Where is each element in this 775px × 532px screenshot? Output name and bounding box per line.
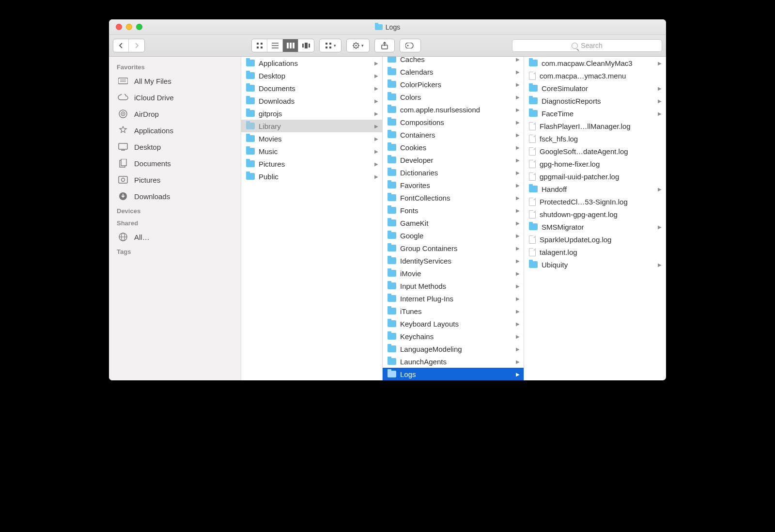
column-row[interactable]: iTunes▶ xyxy=(383,305,524,317)
sidebar-item[interactable]: iCloud Drive xyxy=(109,89,241,106)
sidebar-item[interactable]: All… xyxy=(109,229,241,245)
sidebar-item[interactable]: Applications xyxy=(109,122,241,139)
column-row[interactable]: FaceTime▶ xyxy=(524,107,666,120)
column-row[interactable]: Compositions▶ xyxy=(383,116,524,128)
column-row[interactable]: shutdown-gpg-agent.log xyxy=(524,208,666,220)
column-row[interactable]: SMSMigrator▶ xyxy=(524,220,666,233)
coverflow-view-button[interactable] xyxy=(298,39,314,52)
column-row[interactable]: ProtectedCl…53-SignIn.log xyxy=(524,195,666,208)
icon-view-button[interactable] xyxy=(252,39,267,52)
all-files-icon xyxy=(118,76,128,86)
column-view-button[interactable] xyxy=(283,39,298,52)
column-row[interactable]: talagent.log xyxy=(524,246,666,258)
zoom-button[interactable] xyxy=(136,24,142,30)
column-row[interactable]: Documents▶ xyxy=(241,82,382,94)
column-row[interactable]: Pictures▶ xyxy=(241,157,382,170)
column-row[interactable]: Dictionaries▶ xyxy=(383,166,524,179)
column-row[interactable]: LaunchAgents▶ xyxy=(383,355,524,368)
column-row[interactable]: Downloads▶ xyxy=(241,94,382,107)
row-label: Developer xyxy=(400,156,510,164)
column-row[interactable]: Ubiquity▶ xyxy=(524,258,666,271)
folder-icon xyxy=(388,68,396,75)
column-row[interactable]: CoreSimulator▶ xyxy=(524,82,666,94)
tags-button[interactable] xyxy=(400,39,421,52)
chevron-right-icon: ▶ xyxy=(658,187,662,192)
column-row[interactable]: Calendars▶ xyxy=(383,65,524,78)
column-row[interactable]: LanguageModeling▶ xyxy=(383,343,524,355)
folder-icon xyxy=(388,333,396,340)
column-row[interactable]: Group Containers▶ xyxy=(383,242,524,254)
forward-button[interactable] xyxy=(129,39,144,52)
column-row[interactable]: Handoff▶ xyxy=(524,183,666,195)
column-row[interactable]: FontCollections▶ xyxy=(383,191,524,204)
column-row[interactable]: Containers▶ xyxy=(383,128,524,141)
column-1[interactable]: Caches▶Calendars▶ColorPickers▶Colors▶com… xyxy=(383,57,524,380)
column-row[interactable]: SparkleUpdateLog.log xyxy=(524,233,666,246)
folder-icon xyxy=(529,97,538,104)
search-field[interactable]: Search xyxy=(512,39,662,52)
column-2[interactable]: com.macpaw.CleanMyMac3▶com.macpa…ymac3.m… xyxy=(524,57,666,380)
column-row[interactable]: FlashPlayerI…llManager.log xyxy=(524,120,666,132)
column-row[interactable]: Music▶ xyxy=(241,145,382,157)
column-row[interactable]: Applications▶ xyxy=(241,57,382,69)
sidebar-item[interactable]: All My Files xyxy=(109,73,241,89)
column-row[interactable]: Library▶ xyxy=(241,120,382,132)
column-row[interactable]: GameKit▶ xyxy=(383,217,524,229)
minimize-button[interactable] xyxy=(126,24,132,30)
column-0[interactable]: Applications▶Desktop▶Documents▶Downloads… xyxy=(241,57,383,380)
column-row[interactable]: GoogleSoft…dateAgent.log xyxy=(524,145,666,157)
svg-point-33 xyxy=(122,178,125,182)
column-row[interactable]: Input Methods▶ xyxy=(383,280,524,292)
close-button[interactable] xyxy=(116,24,122,30)
column-row[interactable]: Movies▶ xyxy=(241,132,382,145)
folder-icon xyxy=(388,81,396,88)
column-row[interactable]: ColorPickers▶ xyxy=(383,78,524,91)
column-row[interactable]: Google▶ xyxy=(383,229,524,242)
svg-rect-31 xyxy=(121,159,126,166)
folder-icon xyxy=(388,232,396,239)
column-row[interactable]: iMovie▶ xyxy=(383,267,524,280)
svg-rect-1 xyxy=(261,43,263,45)
svg-rect-22 xyxy=(118,78,128,84)
titlebar[interactable]: Logs xyxy=(109,19,666,35)
column-row[interactable]: Fonts▶ xyxy=(383,204,524,217)
column-row[interactable]: gitprojs▶ xyxy=(241,107,382,120)
sidebar-item[interactable]: Downloads xyxy=(109,188,241,204)
column-row[interactable]: Keychains▶ xyxy=(383,330,524,343)
column-row[interactable]: gpg-home-fixer.log xyxy=(524,157,666,170)
column-row[interactable]: gpgmail-uuid-patcher.log xyxy=(524,170,666,183)
share-button[interactable] xyxy=(374,39,395,52)
column-row[interactable]: Internet Plug-Ins▶ xyxy=(383,292,524,305)
column-row[interactable]: fsck_hfs.log xyxy=(524,132,666,145)
column-row[interactable]: Colors▶ xyxy=(383,91,524,103)
column-row[interactable]: DiagnosticReports▶ xyxy=(524,94,666,107)
column-row[interactable]: Keyboard Layouts▶ xyxy=(383,317,524,330)
list-view-button[interactable] xyxy=(267,39,283,52)
action-menu[interactable]: ▾ xyxy=(346,39,370,52)
column-row[interactable]: Caches▶ xyxy=(383,57,524,65)
column-row[interactable]: Public▶ xyxy=(241,170,382,183)
column-row[interactable]: Cookies▶ xyxy=(383,141,524,154)
column-row[interactable]: com.apple.nsurlsessiond▶ xyxy=(383,103,524,116)
svg-rect-20 xyxy=(405,43,413,48)
sidebar-item[interactable]: Pictures xyxy=(109,172,241,188)
svg-rect-11 xyxy=(305,43,308,48)
sidebar-item[interactable]: AirDrop xyxy=(109,106,241,122)
column-row[interactable]: Developer▶ xyxy=(383,154,524,166)
back-button[interactable] xyxy=(113,39,129,52)
column-row[interactable]: Logs▶ xyxy=(383,368,524,380)
sidebar-item-label: All My Files xyxy=(134,77,171,85)
column-row[interactable]: Favorites▶ xyxy=(383,179,524,191)
folder-icon xyxy=(388,371,396,377)
folder-icon xyxy=(246,135,255,142)
view-switcher xyxy=(251,39,314,52)
column-row[interactable]: com.macpa…ymac3.menu xyxy=(524,69,666,82)
sidebar-item[interactable]: Documents xyxy=(109,155,241,172)
arrange-menu[interactable]: ▾ xyxy=(319,39,341,52)
file-icon xyxy=(529,135,536,143)
column-row[interactable]: Desktop▶ xyxy=(241,69,382,82)
sidebar-item[interactable]: Desktop xyxy=(109,139,241,155)
column-row[interactable]: IdentityServices▶ xyxy=(383,254,524,267)
row-label: com.apple.nsurlsessiond xyxy=(400,106,510,114)
column-row[interactable]: com.macpaw.CleanMyMac3▶ xyxy=(524,57,666,69)
